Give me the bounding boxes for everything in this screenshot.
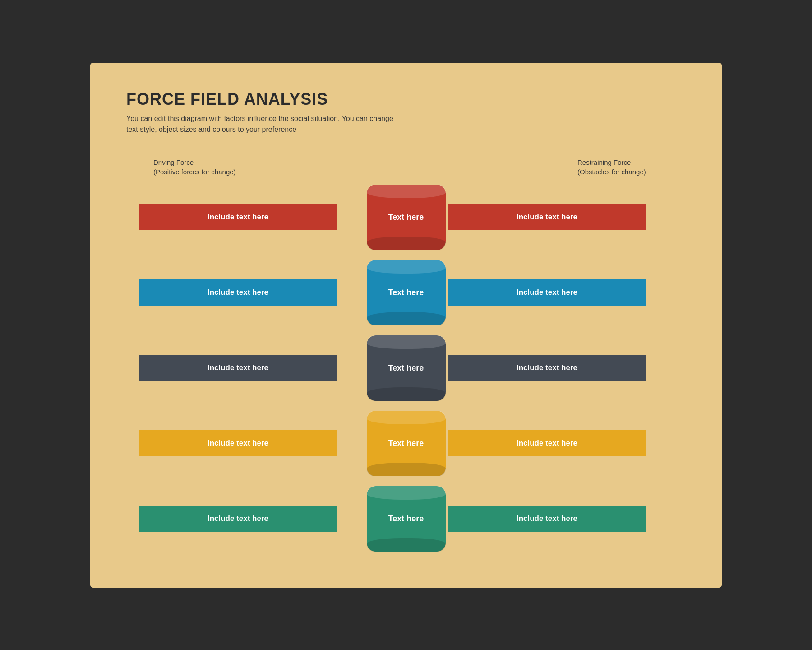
left-arrow-3: Include text here bbox=[139, 353, 364, 383]
right-arrow-text-2: Include text here bbox=[517, 288, 577, 297]
right-arrow-body-2: Include text here bbox=[448, 279, 646, 306]
diagram-row-4: Include text here Text here Include text… bbox=[126, 411, 686, 476]
left-arrow-text-5: Include text here bbox=[208, 514, 268, 523]
right-arrow-body-5: Include text here bbox=[448, 506, 646, 532]
center-text-4: Text here bbox=[388, 439, 424, 448]
driving-force-label: Driving Force (Positive forces for chang… bbox=[126, 158, 253, 176]
left-arrow-text-2: Include text here bbox=[208, 288, 268, 297]
right-arrow-text-1: Include text here bbox=[517, 213, 577, 222]
left-arrow-2: Include text here bbox=[139, 277, 364, 308]
left-arrow-text-3: Include text here bbox=[208, 363, 268, 372]
center-text-1: Text here bbox=[388, 213, 424, 222]
page-subtitle: You can edit this diagram with factors i… bbox=[126, 113, 397, 135]
main-canvas: FORCE FIELD ANALYSIS You can edit this d… bbox=[90, 63, 722, 588]
right-arrow-5: Include text here bbox=[448, 503, 674, 534]
right-arrow-2: Include text here bbox=[448, 277, 674, 308]
left-arrow-body-5: Include text here bbox=[139, 506, 337, 532]
center-text-2: Text here bbox=[388, 288, 424, 297]
restraining-force-label: Restraining Force (Obstacles for change) bbox=[559, 158, 686, 176]
left-arrow-body-3: Include text here bbox=[139, 355, 337, 381]
right-arrow-text-3: Include text here bbox=[517, 363, 577, 372]
left-arrow-1: Include text here bbox=[139, 202, 364, 232]
diagram: Include text here Text here Include text… bbox=[126, 185, 686, 552]
diagram-row-1: Include text here Text here Include text… bbox=[126, 185, 686, 250]
column-labels: Driving Force (Positive forces for chang… bbox=[126, 158, 686, 176]
left-arrow-text-1: Include text here bbox=[208, 213, 268, 222]
diagram-row-2: Include text here Text here Include text… bbox=[126, 260, 686, 325]
right-arrow-4: Include text here bbox=[448, 428, 674, 459]
center-cylinder-5: Text here bbox=[367, 486, 446, 552]
right-arrow-text-5: Include text here bbox=[517, 514, 577, 523]
center-cylinder-3: Text here bbox=[367, 335, 446, 401]
right-arrow-1: Include text here bbox=[448, 202, 674, 232]
diagram-row-5: Include text here Text here Include text… bbox=[126, 486, 686, 552]
center-cylinder-1: Text here bbox=[367, 185, 446, 250]
center-cylinder-4: Text here bbox=[367, 411, 446, 476]
left-arrow-text-4: Include text here bbox=[208, 439, 268, 448]
right-arrow-body-3: Include text here bbox=[448, 355, 646, 381]
right-arrow-body-1: Include text here bbox=[448, 204, 646, 230]
right-arrow-body-4: Include text here bbox=[448, 430, 646, 456]
left-arrow-body-4: Include text here bbox=[139, 430, 337, 456]
center-cylinder-2: Text here bbox=[367, 260, 446, 325]
left-arrow-4: Include text here bbox=[139, 428, 364, 459]
left-arrow-body-1: Include text here bbox=[139, 204, 337, 230]
left-arrow-5: Include text here bbox=[139, 503, 364, 534]
right-arrow-text-4: Include text here bbox=[517, 439, 577, 448]
left-arrow-body-2: Include text here bbox=[139, 279, 337, 306]
center-text-3: Text here bbox=[388, 363, 424, 373]
center-text-5: Text here bbox=[388, 514, 424, 524]
diagram-row-3: Include text here Text here Include text… bbox=[126, 335, 686, 401]
page-title: FORCE FIELD ANALYSIS bbox=[126, 90, 686, 109]
right-arrow-3: Include text here bbox=[448, 353, 674, 383]
